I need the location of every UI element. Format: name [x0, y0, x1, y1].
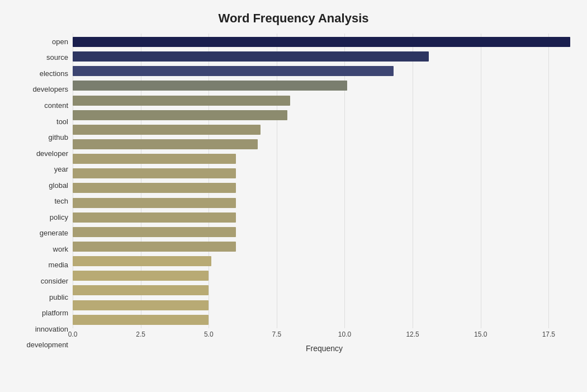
bar-row	[73, 137, 576, 152]
y-axis-label: innovation	[35, 322, 68, 336]
bar	[73, 168, 236, 178]
bar-row	[73, 108, 576, 122]
x-axis-title: Frequency	[73, 344, 576, 353]
bar	[73, 271, 209, 281]
y-axis-label: year	[54, 162, 68, 177]
y-axis-label: github	[49, 130, 68, 145]
bar	[73, 300, 209, 310]
y-axis-label: open	[52, 34, 68, 49]
chart-area: opensourceelectionsdeveloperscontenttool…	[11, 34, 576, 353]
bar	[73, 139, 258, 149]
y-axis-label: global	[49, 178, 68, 192]
bar	[73, 183, 236, 193]
x-tick-label: 0.0	[68, 330, 78, 338]
bar	[73, 227, 236, 237]
bar-row	[73, 268, 576, 283]
bar	[73, 81, 347, 91]
bar-row	[73, 283, 576, 297]
y-axis-label: content	[44, 98, 68, 112]
bar	[73, 110, 287, 120]
y-axis-label: elections	[40, 66, 68, 81]
y-axis: opensourceelectionsdeveloperscontenttool…	[11, 34, 73, 353]
x-axis-labels: 0.02.55.07.510.012.515.017.5	[73, 330, 576, 342]
bar-row	[73, 196, 576, 210]
y-axis-label: work	[53, 242, 68, 256]
y-axis-label: tech	[54, 194, 68, 209]
y-axis-label: platform	[42, 306, 68, 320]
bar-row	[73, 254, 576, 268]
bar-row	[73, 122, 576, 137]
x-tick-label: 12.5	[406, 330, 419, 338]
bar	[73, 198, 236, 208]
y-axis-label: developers	[32, 82, 68, 97]
bar	[73, 51, 429, 62]
bar-row	[73, 298, 576, 313]
bar	[73, 37, 570, 47]
bars-wrapper	[73, 34, 576, 328]
bar-row	[73, 225, 576, 239]
x-tick-label: 7.5	[272, 330, 282, 338]
bar	[73, 285, 209, 295]
y-axis-label: development	[27, 338, 68, 352]
x-tick-label: 15.0	[474, 330, 487, 338]
y-axis-label: policy	[50, 210, 68, 224]
x-tick-label: 5.0	[204, 330, 214, 338]
bar	[73, 66, 394, 76]
bar	[73, 315, 209, 325]
chart-container: Word Frequency Analysis opensourceelecti…	[0, 0, 587, 392]
y-axis-label: consider	[41, 273, 68, 288]
bar-row	[73, 210, 576, 225]
x-tick-label: 17.5	[542, 330, 555, 338]
bar-row	[73, 313, 576, 327]
bar-row	[73, 64, 576, 78]
bar-row	[73, 49, 576, 64]
y-axis-label: developer	[36, 146, 68, 160]
bar	[73, 256, 211, 266]
bar	[73, 242, 236, 252]
bar-row	[73, 152, 576, 166]
bar-row	[73, 181, 576, 195]
bar-row	[73, 166, 576, 181]
y-axis-label: generate	[40, 226, 68, 240]
bar-row	[73, 35, 576, 49]
x-tick-label: 10.0	[338, 330, 351, 338]
bar-row	[73, 78, 576, 93]
bar	[73, 154, 236, 164]
chart-title: Word Frequency Analysis	[11, 11, 576, 26]
bar	[73, 125, 261, 135]
y-axis-label: source	[46, 50, 68, 65]
bar	[73, 212, 236, 223]
y-axis-label: media	[49, 258, 68, 272]
bar-row	[73, 239, 576, 254]
bar-row	[73, 93, 576, 108]
plot-area: 0.02.55.07.510.012.515.017.5 Frequency	[73, 34, 576, 353]
x-tick-label: 2.5	[136, 330, 145, 338]
y-axis-label: tool	[56, 114, 68, 129]
bar	[73, 96, 290, 106]
y-axis-label: public	[49, 290, 68, 304]
